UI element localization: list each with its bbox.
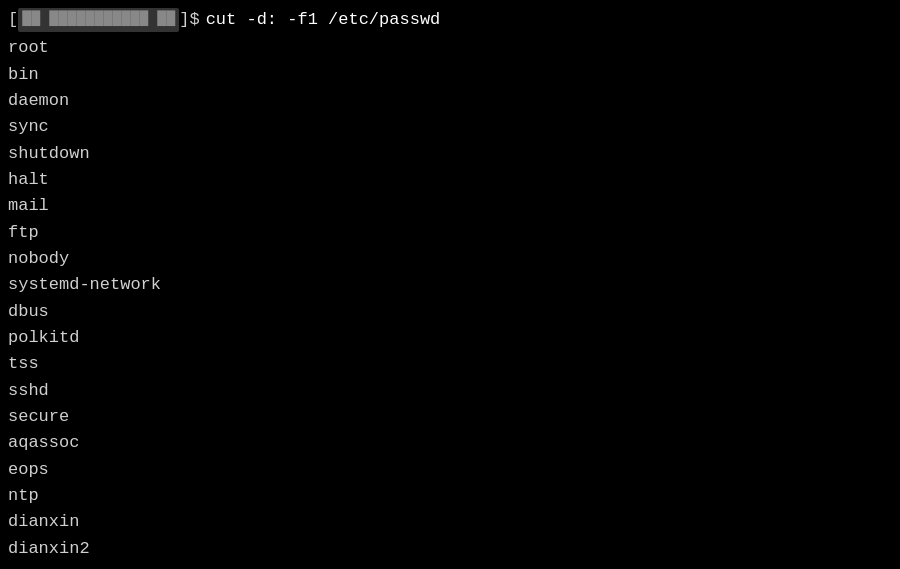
- output-line: shutdown: [8, 141, 892, 167]
- output-line: ftp: [8, 220, 892, 246]
- output-line: root: [8, 35, 892, 61]
- prompt-line: [ ██ ███████████ ██ ]$ cut -d: -f1 /etc/…: [8, 6, 892, 33]
- output-line: dianxin: [8, 509, 892, 535]
- output-line: sync: [8, 114, 892, 140]
- output-line: tss: [8, 351, 892, 377]
- output-line: daemon: [8, 88, 892, 114]
- output-line: secure: [8, 404, 892, 430]
- output-container: rootbindaemonsyncshutdownhaltmailftpnobo…: [8, 35, 892, 562]
- output-line: aqassoc: [8, 430, 892, 456]
- output-line: dbus: [8, 299, 892, 325]
- output-line: mail: [8, 193, 892, 219]
- bracket-close: ]$: [179, 6, 199, 33]
- output-line: polkitd: [8, 325, 892, 351]
- output-line: systemd-network: [8, 272, 892, 298]
- user-info: ██ ███████████ ██: [18, 8, 179, 32]
- output-line: halt: [8, 167, 892, 193]
- output-line: ntp: [8, 483, 892, 509]
- output-line: dianxin2: [8, 536, 892, 562]
- output-line: sshd: [8, 378, 892, 404]
- output-line: nobody: [8, 246, 892, 272]
- terminal-window[interactable]: [ ██ ███████████ ██ ]$ cut -d: -f1 /etc/…: [0, 0, 900, 569]
- bracket-open: [: [8, 6, 18, 33]
- output-line: bin: [8, 62, 892, 88]
- output-line: eops: [8, 457, 892, 483]
- command-text: cut -d: -f1 /etc/passwd: [206, 6, 441, 33]
